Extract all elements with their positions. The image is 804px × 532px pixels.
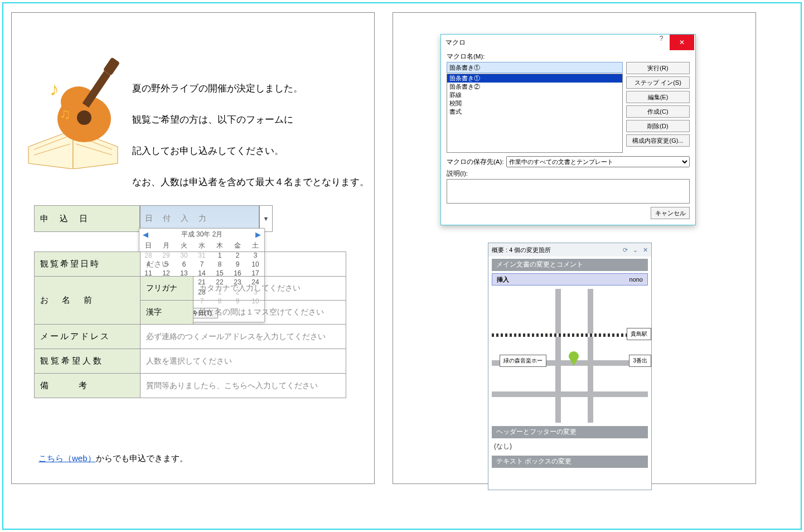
cancel-button[interactable]: キャンセル: [651, 207, 690, 219]
web-link-line: こちら（web）からでも申込できます。: [38, 453, 188, 464]
description-box[interactable]: [447, 179, 690, 204]
close-panel-icon[interactable]: ✕: [643, 246, 648, 253]
insert-label: 挿入: [497, 275, 509, 284]
kanji-label: 漢字: [141, 301, 193, 325]
macro-name-input[interactable]: [447, 62, 623, 73]
run-button[interactable]: 実行(R): [626, 62, 690, 74]
map-snippet: 貴島駅 3番出 緑の森音楽ホー: [492, 289, 648, 423]
edit-button[interactable]: 編集(E): [626, 91, 690, 103]
macro-store-select[interactable]: 作業中のすべての文書とテンプレート: [506, 156, 690, 167]
review-panel: 概要 : 4 個の変更箇所 ⟳ ⌄ ✕ メイン文書の変更とコメント 挿入 non…: [488, 243, 652, 490]
none-text: (なし): [488, 439, 651, 453]
table-row: 観覧希望日時 ださい: [35, 252, 346, 277]
dow-cell: 火: [175, 240, 193, 251]
intro-text: 夏の野外ライブの開催が決定しました。 観覧ご希望の方は、以下のフォームに 記入し…: [132, 73, 369, 198]
review-summary: 概要 : 4 個の変更箇所: [492, 246, 551, 254]
dialog-title: マクロ: [445, 38, 466, 47]
section-header-footer: ヘッダーとフッターの変更: [492, 426, 648, 438]
application-date-label: 申込日: [34, 205, 140, 232]
macro-list-item[interactable]: 罫線: [447, 91, 622, 99]
table-row: 備考 質問等ありましたら、こちらへ入力してください: [35, 374, 346, 398]
guitar-illustration: ♪ ♫: [23, 57, 123, 169]
name-label: お名前: [35, 277, 141, 325]
organizer-button[interactable]: 構成内容変更(G)...: [626, 134, 690, 147]
refresh-icon[interactable]: ⟳: [623, 246, 628, 253]
svg-point-8: [77, 110, 91, 125]
macro-name-label: マクロ名(M):: [447, 52, 690, 61]
kanji-field[interactable]: 姓と名の間は１マス空けてください: [193, 301, 346, 325]
email-label: メールアドレス: [35, 325, 141, 349]
note-label: 備考: [35, 374, 141, 398]
intro-line-2: 観覧ご希望の方は、以下のフォームに: [132, 104, 369, 136]
collapse-icon[interactable]: ⌄: [633, 246, 638, 253]
svg-text:♪: ♪: [50, 78, 59, 99]
table-row: メールアドレス 必ず連絡のつくメールアドレスを入力してください: [35, 325, 346, 349]
dow-cell: 月: [157, 240, 175, 251]
insert-change-item[interactable]: 挿入 nono: [492, 273, 648, 286]
prev-month-arrow[interactable]: ◀: [143, 230, 148, 239]
dow-cell: 日: [139, 240, 157, 251]
help-button[interactable]: ?: [653, 35, 670, 50]
dow-cell: 木: [211, 240, 229, 251]
web-link[interactable]: こちら（web）: [38, 453, 96, 463]
dow-cell: 水: [193, 240, 211, 251]
application-form: 観覧希望日時 ださい お名前 フリガナ カタカナで入力してください 漢字 姓と名…: [34, 252, 346, 398]
macro-list-item[interactable]: 書式: [447, 108, 622, 116]
close-button[interactable]: ✕: [670, 35, 694, 50]
macro-list-item[interactable]: 校閲: [447, 99, 622, 108]
station-1: 貴島駅: [627, 328, 651, 340]
macro-list-item[interactable]: 箇条書き②: [447, 83, 622, 91]
dialog-titlebar: マクロ ? ✕: [441, 35, 695, 50]
intro-line-1: 夏の野外ライブの開催が決定しました。: [132, 73, 369, 104]
station-2: 3番出: [629, 355, 651, 367]
svg-text:♫: ♫: [60, 105, 71, 122]
insert-author: nono: [629, 276, 643, 283]
dow-cell: 金: [229, 240, 246, 251]
section-main-changes: メイン文書の変更とコメント: [492, 259, 648, 271]
count-label: 観覧希望人数: [35, 349, 141, 374]
note-field[interactable]: 質問等ありましたら、こちらへ入力してください: [141, 374, 346, 398]
macro-list[interactable]: 箇条書き①箇条書き②罫線校閲書式: [447, 74, 623, 153]
furigana-field[interactable]: カタカナで入力してください: [193, 277, 346, 301]
map-pin-foot: [570, 360, 577, 366]
table-row: お名前 フリガナ カタカナで入力してください: [35, 277, 346, 301]
dow-cell: 土: [246, 240, 264, 251]
page-left: ♪ ♫ 夏の野外ライブの開催が決定しました。 観覧ご希望の方は、以下のフォームに…: [11, 12, 375, 484]
link-after-text: からでも申込できます。: [96, 453, 188, 463]
macro-store-label: マクロの保存先(A):: [447, 158, 504, 166]
calendar-title: 平成 30年 2月: [181, 230, 223, 239]
step-in-button[interactable]: ステップ イン(S): [626, 76, 690, 89]
venue-label: 緑の森音楽ホー: [500, 355, 546, 367]
intro-line-4: なお、人数は申込者を含めて最大４名までとなります。: [132, 167, 369, 198]
intro-line-3: 記入してお申し込みしてください。: [132, 136, 369, 167]
create-button[interactable]: 作成(C): [626, 105, 690, 118]
count-field[interactable]: 人数を選択してください: [141, 349, 346, 374]
email-field[interactable]: 必ず連絡のつくメールアドレスを入力してください: [141, 325, 346, 349]
page-right: マクロ ? ✕ マクロ名(M): 箇条書き①箇条書き②罫線校閲書式 実行(R) …: [393, 12, 756, 484]
next-month-arrow[interactable]: ▶: [255, 230, 261, 239]
table-row: 観覧希望人数 人数を選択してください: [35, 349, 346, 374]
furigana-label: フリガナ: [141, 277, 193, 301]
delete-button[interactable]: 削除(D): [626, 120, 690, 132]
macro-list-item[interactable]: 箇条書き①: [447, 74, 622, 83]
wish-date-placeholder[interactable]: ださい: [141, 252, 346, 277]
description-label: 説明(I):: [447, 170, 690, 178]
macro-dialog: マクロ ? ✕ マクロ名(M): 箇条書き①箇条書き②罫線校閲書式 実行(R) …: [440, 34, 696, 225]
section-textbox: テキスト ボックスの変更: [492, 456, 648, 468]
wish-date-label: 観覧希望日時: [35, 252, 141, 277]
